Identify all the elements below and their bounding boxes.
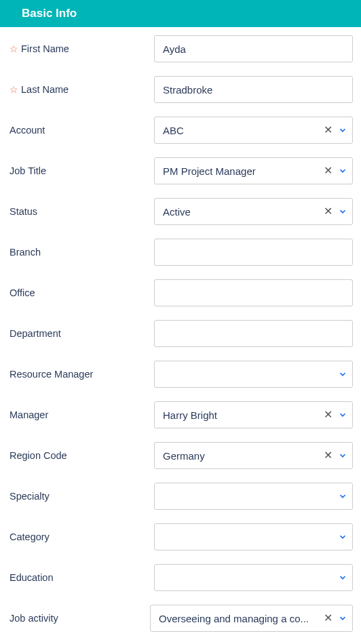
form-row: Department	[8, 320, 353, 347]
required-star-icon: ☆	[10, 44, 18, 54]
field-label-text: Job activity	[10, 613, 58, 624]
field-label: Status	[8, 206, 154, 217]
field-wrapper	[154, 239, 353, 266]
field-label: Region Code	[8, 450, 154, 461]
field-wrapper: Overseeing and managing a co...✕	[150, 605, 353, 632]
field-label-text: Status	[10, 206, 37, 217]
field-icons: ✕	[324, 613, 347, 624]
select-input[interactable]	[154, 483, 353, 510]
field-icons: ✕	[324, 409, 347, 420]
chevron-down-icon[interactable]	[338, 369, 347, 379]
form-row: AccountABC✕	[8, 117, 353, 144]
text-input[interactable]	[154, 320, 353, 347]
clear-icon[interactable]: ✕	[324, 165, 332, 176]
form-row: Branch	[8, 239, 353, 266]
field-label: Job Title	[8, 165, 154, 176]
field-icons: ✕	[324, 206, 347, 217]
section-title: Basic Info	[22, 7, 77, 20]
chevron-down-icon[interactable]	[338, 532, 347, 542]
form-row: ☆Last NameStradbroke	[8, 76, 353, 103]
field-value: Overseeing and managing a co...	[159, 613, 309, 624]
chevron-down-icon[interactable]	[338, 613, 347, 623]
chevron-down-icon[interactable]	[338, 125, 347, 135]
field-label: ☆First Name	[8, 43, 154, 54]
select-input[interactable]: Overseeing and managing a co...	[150, 605, 353, 632]
field-wrapper: Ayda	[154, 35, 353, 62]
field-label-text: Job Title	[10, 165, 46, 176]
field-icons	[338, 573, 347, 582]
field-label: Job activity	[8, 613, 150, 624]
field-label-text: Region Code	[10, 450, 67, 461]
field-label: Department	[8, 328, 154, 339]
form-row: Job activityOverseeing and managing a co…	[8, 605, 353, 632]
field-label-text: Branch	[10, 247, 41, 258]
form-row: Job TitlePM Project Manager✕	[8, 157, 353, 184]
field-wrapper	[154, 483, 353, 510]
field-value: Active	[163, 206, 309, 218]
text-input[interactable]	[154, 239, 353, 266]
field-label-text: Account	[10, 125, 45, 136]
field-wrapper: ABC✕	[154, 117, 353, 144]
form-row: Region CodeGermany✕	[8, 442, 353, 469]
field-wrapper	[154, 564, 353, 591]
chevron-down-icon[interactable]	[338, 491, 347, 501]
section-header: Basic Info	[0, 0, 361, 27]
text-input[interactable]: Stradbroke	[154, 76, 353, 103]
field-label-text: Resource Manager	[10, 369, 93, 380]
field-wrapper	[154, 320, 353, 347]
form-row: ManagerHarry Bright✕	[8, 401, 353, 428]
form-row: Office	[8, 279, 353, 306]
select-input[interactable]	[154, 361, 353, 388]
clear-icon[interactable]: ✕	[324, 206, 332, 217]
field-icons: ✕	[324, 125, 347, 136]
field-icons	[338, 491, 347, 501]
chevron-down-icon[interactable]	[338, 166, 347, 176]
chevron-down-icon[interactable]	[338, 451, 347, 460]
chevron-down-icon[interactable]	[338, 410, 347, 420]
field-wrapper	[154, 361, 353, 388]
select-input[interactable]	[154, 564, 353, 591]
chevron-down-icon[interactable]	[338, 207, 347, 216]
required-star-icon: ☆	[10, 85, 18, 94]
field-icons: ✕	[324, 165, 347, 176]
field-label: Resource Manager	[8, 369, 154, 380]
field-value: PM Project Manager	[163, 165, 309, 177]
clear-icon[interactable]: ✕	[324, 450, 332, 461]
form-row: StatusActive✕	[8, 198, 353, 225]
form-row: Education	[8, 564, 353, 591]
field-value: ABC	[163, 125, 309, 136]
basic-info-form: ☆First NameAyda☆Last NameStradbrokeAccou…	[0, 27, 361, 644]
field-wrapper: Active✕	[154, 198, 353, 225]
field-label-text: First Name	[21, 43, 69, 54]
form-row: Specialty	[8, 483, 353, 510]
clear-icon[interactable]: ✕	[324, 613, 332, 624]
clear-icon[interactable]: ✕	[324, 409, 332, 420]
field-wrapper: Germany✕	[154, 442, 353, 469]
form-row: Resource Manager	[8, 361, 353, 388]
field-wrapper: Harry Bright✕	[154, 401, 353, 428]
chevron-down-icon[interactable]	[338, 573, 347, 582]
field-label-text: Last Name	[21, 84, 69, 95]
field-label: Education	[8, 572, 154, 583]
field-label: Manager	[8, 409, 154, 420]
field-value: Germany	[163, 450, 309, 462]
field-label: Specialty	[8, 491, 154, 502]
field-icons	[338, 369, 347, 379]
field-label: Branch	[8, 247, 154, 258]
field-value: Ayda	[163, 43, 344, 55]
field-label-text: Category	[10, 531, 50, 542]
field-value: Harry Bright	[163, 409, 309, 421]
form-row: ☆First NameAyda	[8, 35, 353, 62]
field-wrapper: Stradbroke	[154, 76, 353, 103]
field-label: Category	[8, 531, 154, 542]
clear-icon[interactable]: ✕	[324, 125, 332, 136]
field-label-text: Manager	[10, 409, 48, 420]
field-wrapper	[154, 523, 353, 550]
field-value: Stradbroke	[163, 84, 344, 96]
text-input[interactable]: Ayda	[154, 35, 353, 62]
select-input[interactable]	[154, 523, 353, 550]
field-wrapper: PM Project Manager✕	[154, 157, 353, 184]
text-input[interactable]	[154, 279, 353, 306]
field-label-text: Department	[10, 328, 61, 339]
field-label: Account	[8, 125, 154, 136]
